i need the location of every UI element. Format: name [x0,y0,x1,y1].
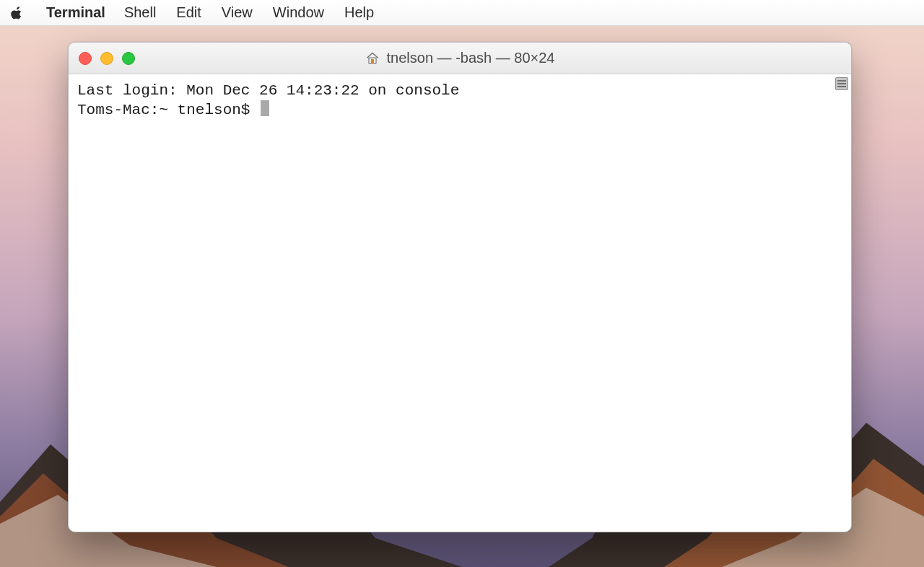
menu-edit[interactable]: Edit [166,4,211,21]
window-title-text: tnelson — -bash — 80×24 [387,50,555,66]
menubar: Terminal Shell Edit View Window Help [0,0,924,26]
apple-menu-icon[interactable] [10,5,25,21]
terminal-last-login: Last login: Mon Dec 26 14:23:22 on conso… [77,82,459,99]
menu-shell[interactable]: Shell [114,4,166,21]
menubar-app-name[interactable]: Terminal [38,4,114,21]
home-folder-icon [365,51,380,66]
minimize-button[interactable] [100,52,113,65]
terminal-prompt: Toms-Mac:~ tnelson$ [77,102,259,118]
traffic-lights [79,52,135,65]
terminal-window: tnelson — -bash — 80×24 Last login: Mon … [68,42,852,532]
terminal-content[interactable]: Last login: Mon Dec 26 14:23:22 on conso… [69,74,851,532]
zoom-button[interactable] [122,52,135,65]
menu-view[interactable]: View [212,4,263,21]
menu-window[interactable]: Window [263,4,334,21]
window-titlebar[interactable]: tnelson — -bash — 80×24 [69,43,851,74]
svg-rect-1 [371,59,373,63]
menu-help[interactable]: Help [334,4,384,21]
terminal-cursor [261,100,269,116]
window-title: tnelson — -bash — 80×24 [365,50,555,66]
scrollbar-thumb[interactable] [835,77,848,90]
close-button[interactable] [79,52,92,65]
